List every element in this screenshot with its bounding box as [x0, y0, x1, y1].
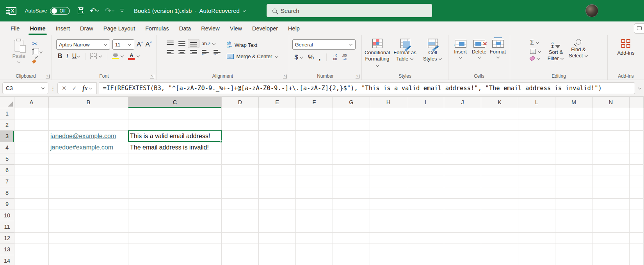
merge-center-button[interactable]: ↔ Merge & Center [227, 53, 279, 59]
cell-K1[interactable] [481, 108, 518, 119]
cell-D11[interactable] [222, 221, 259, 233]
column-header-H[interactable]: H [370, 97, 407, 108]
autosave-control[interactable]: AutoSave Off [25, 7, 70, 15]
cell-L7[interactable] [518, 176, 555, 187]
cell-C8[interactable] [128, 187, 222, 199]
excel-app-icon[interactable]: X [6, 6, 16, 16]
cell-J12[interactable] [444, 233, 481, 244]
cell-partial-3[interactable] [630, 131, 644, 142]
cell-L12[interactable] [518, 233, 555, 244]
cell-B1[interactable] [49, 108, 128, 119]
cell-K7[interactable] [481, 176, 518, 187]
comma-style-button[interactable]: , [318, 55, 321, 59]
cell-D9[interactable] [222, 199, 259, 210]
row-header-2[interactable]: 2 [0, 119, 14, 131]
cell-I3[interactable] [407, 131, 444, 142]
save-button[interactable] [78, 7, 84, 14]
cell-E13[interactable] [259, 244, 296, 255]
cell-K9[interactable] [481, 199, 518, 210]
fill-color-chevron-icon[interactable] [121, 54, 124, 57]
cell-H1[interactable] [370, 108, 407, 119]
cell-I2[interactable] [407, 119, 444, 131]
cell-J13[interactable] [444, 244, 481, 255]
cell-J14[interactable] [444, 255, 481, 265]
cell-L3[interactable] [518, 131, 555, 142]
cell-K13[interactable] [481, 244, 518, 255]
cell-J9[interactable] [444, 199, 481, 210]
cell-H9[interactable] [370, 199, 407, 210]
orientation-button[interactable]: ab↗ [202, 41, 216, 46]
row-header-7[interactable]: 7 [0, 176, 14, 187]
cell-partial-2[interactable] [630, 119, 644, 131]
column-header-D[interactable]: D [222, 97, 259, 108]
cell-B7[interactable] [49, 176, 128, 187]
cell-F10[interactable] [296, 210, 333, 221]
cell-G3[interactable] [333, 131, 370, 142]
cell-E9[interactable] [259, 199, 296, 210]
insert-function-button[interactable]: fx [82, 85, 87, 92]
column-header-F[interactable]: F [296, 97, 333, 108]
cell-L5[interactable] [518, 153, 555, 165]
fill-color-button[interactable] [112, 53, 124, 59]
cell-I6[interactable] [407, 165, 444, 176]
cell-B10[interactable] [49, 210, 128, 221]
cell-E2[interactable] [259, 119, 296, 131]
find-select-button[interactable]: Find & Select [567, 39, 590, 59]
cell-L2[interactable] [518, 119, 555, 131]
tab-view[interactable]: View [225, 23, 247, 34]
cell-E10[interactable] [259, 210, 296, 221]
cell-J10[interactable] [444, 210, 481, 221]
cell-F13[interactable] [296, 244, 333, 255]
cell-M12[interactable] [555, 233, 592, 244]
tab-home[interactable]: Home [25, 23, 50, 34]
top-align-button[interactable] [167, 41, 174, 46]
cell-styles-button[interactable]: Cell Styles [419, 39, 447, 62]
cell-G11[interactable] [333, 221, 370, 233]
font-color-button[interactable]: A [128, 53, 140, 60]
cell-D4[interactable] [222, 142, 259, 153]
font-name-combo[interactable]: Aptos Narrow [56, 39, 110, 50]
cell-partial-9[interactable] [630, 199, 644, 210]
number-format-chevron-icon[interactable] [349, 43, 352, 46]
currency-button[interactable]: $ [295, 53, 303, 61]
cell-G7[interactable] [333, 176, 370, 187]
cell-A12[interactable] [14, 233, 49, 244]
cell-C2[interactable] [128, 119, 222, 131]
clipboard-dialog-launcher[interactable]: ↘ [46, 75, 50, 78]
cell-K8[interactable] [481, 187, 518, 199]
cell-M13[interactable] [555, 244, 592, 255]
cell-H10[interactable] [370, 210, 407, 221]
cell-styles-chevron-icon[interactable] [439, 57, 442, 60]
cell-D10[interactable] [222, 210, 259, 221]
increase-decimal-button[interactable]: ←0 .00 [332, 54, 337, 61]
search-input[interactable]: Search [267, 4, 432, 17]
font-size-chevron-icon[interactable] [128, 43, 131, 46]
sort-filter-button[interactable]: A Z Sort & Filter [544, 39, 567, 62]
tab-review[interactable]: Review [196, 23, 225, 34]
cell-partial-10[interactable] [630, 210, 644, 221]
cell-D5[interactable] [222, 153, 259, 165]
undo-button[interactable]: ↶ [90, 7, 100, 14]
cell-L13[interactable] [518, 244, 555, 255]
formula-input[interactable]: =IF(REGEXTEST(B3, "^[a-zA-Z0-9._%+-]+@[a… [99, 82, 635, 94]
row-header-8[interactable]: 8 [0, 187, 14, 199]
cell-I10[interactable] [407, 210, 444, 221]
cell-F5[interactable] [296, 153, 333, 165]
row-header-14[interactable]: 14 [0, 255, 14, 265]
cell-D8[interactable] [222, 187, 259, 199]
clear-button[interactable] [530, 57, 541, 60]
cell-F7[interactable] [296, 176, 333, 187]
cell-C5[interactable] [128, 153, 222, 165]
column-header-N[interactable]: N [592, 97, 630, 108]
cell-H6[interactable] [370, 165, 407, 176]
cell-E12[interactable] [259, 233, 296, 244]
cell-D3[interactable] [222, 131, 259, 142]
cell-I1[interactable] [407, 108, 444, 119]
cell-J6[interactable] [444, 165, 481, 176]
cell-A6[interactable] [14, 165, 49, 176]
name-box[interactable]: C3 [2, 82, 48, 94]
cell-partial-14[interactable] [630, 255, 644, 265]
cancel-icon[interactable]: ✕ [62, 85, 67, 92]
borders-chevron-icon[interactable] [99, 54, 102, 57]
format-cells-button[interactable]: Format [489, 40, 507, 59]
